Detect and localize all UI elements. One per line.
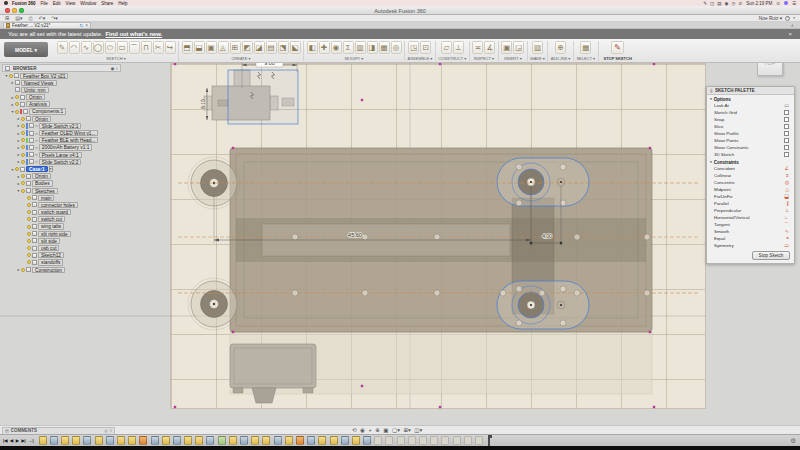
menu-item-file[interactable]: File xyxy=(41,1,48,6)
timeline-feature-2[interactable] xyxy=(61,436,69,445)
toolbar-icon-create-0[interactable]: ⬒ xyxy=(182,41,193,54)
tree-item-wing-tabs[interactable]: wing tabs xyxy=(2,223,121,230)
visibility-bulb-icon[interactable] xyxy=(15,102,19,106)
comments-tab-icon-1[interactable]: ≡ xyxy=(110,428,112,433)
palette-row-perpendicular[interactable]: Perpendicular⊥ xyxy=(707,207,794,214)
timeline-feature-7[interactable] xyxy=(117,436,125,445)
menubar-status-icon-1[interactable]: ◫ xyxy=(710,1,714,6)
visibility-bulb-icon[interactable] xyxy=(15,110,19,114)
timeline-suppressed-3[interactable] xyxy=(408,436,416,445)
timeline-suppressed-1[interactable] xyxy=(385,436,393,445)
tree-item-slide-switch-v2-2[interactable]: ▸∞Slide Switch v2:2 xyxy=(2,158,121,165)
fix-unfix-icon[interactable]: ⬓ xyxy=(784,194,789,199)
tree-item-menu-icon[interactable]: ▾ xyxy=(49,166,53,172)
nav-icon-7[interactable]: ◫▾ xyxy=(414,427,422,433)
toolbar-icon-create-6[interactable]: ◪ xyxy=(254,41,265,54)
midpoint-icon[interactable]: △ xyxy=(785,187,789,192)
visibility-bulb-icon[interactable] xyxy=(21,131,25,135)
timeline-feature-14[interactable] xyxy=(195,436,203,445)
timeline-feature-8[interactable] xyxy=(128,436,136,445)
visibility-bulb-icon[interactable] xyxy=(27,196,31,200)
timeline-feature-24[interactable] xyxy=(307,436,315,445)
palette-row-smooth[interactable]: Smooth∿ xyxy=(707,228,794,235)
symmetry-icon[interactable]: ▭ xyxy=(784,243,789,248)
smooth-icon[interactable]: ∿ xyxy=(785,229,789,234)
toolbar-icon-sketch-7[interactable]: ⊓ xyxy=(141,41,152,54)
collinear-icon[interactable]: ≡ xyxy=(786,173,789,178)
visibility-bulb-icon[interactable] xyxy=(27,210,31,214)
toolbar-icon-sketch-9[interactable]: ↪ xyxy=(165,41,176,54)
timeline-feature-6[interactable] xyxy=(106,436,114,445)
tree-item-feather-oled-wing-v1[interactable]: ▸∞Feather OLED Wing v1... xyxy=(2,130,121,137)
browser-header-icon-0[interactable]: ◉ xyxy=(111,66,115,71)
toolbar-icon-insert-0[interactable]: ▣ xyxy=(501,41,512,54)
toolbar-icon-sketch-4[interactable]: ⬭ xyxy=(105,41,116,54)
checkbox-show-constraints[interactable] xyxy=(784,145,789,150)
visibility-bulb-icon[interactable] xyxy=(27,225,31,229)
timeline-suppressed-7[interactable] xyxy=(453,436,461,445)
apple-menu-icon[interactable] xyxy=(4,1,8,5)
toolbar-icon-inspect-0[interactable]: ≍ xyxy=(472,41,483,54)
timeline-suppressed-2[interactable] xyxy=(397,436,405,445)
comments-tab-icon-0[interactable]: ◎ xyxy=(104,428,108,433)
quickbar-icon-2[interactable]: ⎙ xyxy=(28,15,32,22)
look-at-icon[interactable]: ▭ xyxy=(784,103,789,108)
timeline-feature-22[interactable] xyxy=(285,436,293,445)
nav-icon-5[interactable]: ▢▾ xyxy=(392,427,400,433)
palette-row-tangent[interactable]: Tangent⌒ xyxy=(707,221,794,228)
user-menu[interactable]: Noe Ruiz ▾ xyxy=(759,16,782,21)
timeline-suppressed-9[interactable] xyxy=(475,436,483,445)
toolbar-icon-sketch-5[interactable]: ▭ xyxy=(117,41,128,54)
quickbar-icon-3[interactable]: ↶▾ xyxy=(38,15,45,22)
timeline-feature-27[interactable] xyxy=(341,436,349,445)
palette-row-midpoint[interactable]: Midpoint△ xyxy=(707,186,794,193)
toolbar-icon-modify-6[interactable]: ▦ xyxy=(379,41,390,54)
visibility-bulb-icon[interactable] xyxy=(27,232,31,236)
timeline-control-2[interactable]: ▶ xyxy=(16,438,19,443)
tree-item-case-1[interactable]: ▾Case:1▾ xyxy=(2,165,121,172)
help-caret-icon[interactable]: ▾ xyxy=(793,16,795,20)
notification-center-icon[interactable]: ☰ xyxy=(792,1,796,6)
palette-row-look-at[interactable]: Look At▭ xyxy=(707,102,794,109)
toolbar-icon-modify-3[interactable]: Σ xyxy=(343,41,354,54)
palette-row-show-constraints[interactable]: Show Constraints xyxy=(707,144,794,151)
toolbar-icon-construct-1[interactable]: ⊥ xyxy=(453,41,464,54)
palette-section-constraints[interactable]: ▾Constraints xyxy=(707,158,794,165)
timeline-feature-25[interactable] xyxy=(318,436,326,445)
toolbar-icon-modify-5[interactable]: ◨ xyxy=(367,41,378,54)
browser-header-icon-1[interactable]: ≡ xyxy=(116,66,118,71)
coincident-icon[interactable]: ∠ xyxy=(785,166,789,171)
pixel-slot-bottom[interactable] xyxy=(497,281,589,329)
tree-item-origin[interactable]: ▸Origin xyxy=(2,115,121,122)
timeline-feature-3[interactable] xyxy=(72,436,80,445)
nav-icon-0[interactable]: ⟲ xyxy=(352,427,357,433)
tree-item-main[interactable]: main xyxy=(2,194,121,201)
toolbar-icon-create-9[interactable]: ⬕ xyxy=(290,41,301,54)
tree-item-usb-cut[interactable]: usb cut xyxy=(2,245,121,252)
visibility-bulb-icon[interactable] xyxy=(15,95,19,99)
quickbar-icon-0[interactable]: ⊞ xyxy=(5,15,9,22)
visibility-bulb-icon[interactable] xyxy=(27,246,31,250)
toolbar-icon-sketch-6[interactable]: ⌒ xyxy=(129,41,140,54)
stop-sketch-button[interactable]: Stop Sketch xyxy=(752,251,790,260)
timeline-control-4[interactable]: →| xyxy=(28,438,33,443)
quickbar-icon-4[interactable]: ↷▾ xyxy=(51,15,58,22)
palette-row-equal[interactable]: Equal= xyxy=(707,235,794,242)
timeline-feature-23[interactable] xyxy=(296,436,304,445)
checkbox-sketch-grid[interactable] xyxy=(784,110,789,115)
tree-item-named-views[interactable]: ▸Named Views xyxy=(2,79,121,86)
palette-row-concentric[interactable]: Concentric◎ xyxy=(707,179,794,186)
tree-item-slide-switch-v2-1[interactable]: ▸∞Slide Switch v2:1 xyxy=(2,122,121,129)
toolbar-icon-assemble-0[interactable]: ◳ xyxy=(408,41,419,54)
tree-item-feather-box-v2-v21[interactable]: ▾Feather Box V2 v21 xyxy=(2,72,121,79)
checkbox-snap[interactable] xyxy=(784,117,789,122)
timeline-control-3[interactable]: ▶| xyxy=(21,438,25,443)
toolbar-icon-create-1[interactable]: ⬓ xyxy=(194,41,205,54)
timeline-feature-16[interactable] xyxy=(218,436,226,445)
toolbar-icon-add-ins-0[interactable]: ⊕ xyxy=(555,41,566,54)
tree-item-switch-cut[interactable]: switch cut xyxy=(2,216,121,223)
nav-icon-2[interactable]: + xyxy=(368,427,371,433)
menu-item-share[interactable]: Share xyxy=(101,1,113,6)
toolbar-icon-sketch-0[interactable]: ✎ xyxy=(57,41,68,54)
dimension-height[interactable]: 8.10 xyxy=(201,88,208,120)
